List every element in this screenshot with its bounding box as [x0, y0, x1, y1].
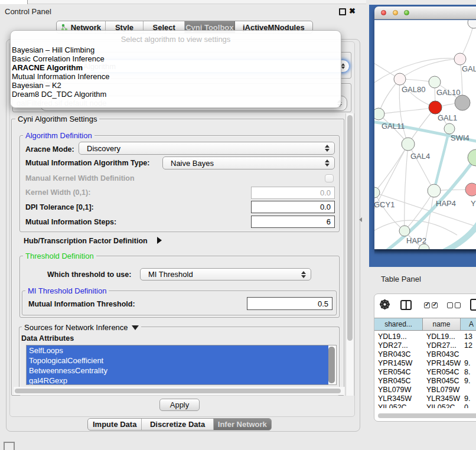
- combo-stepper-icon: [341, 63, 345, 69]
- tab-discretize-data[interactable]: Discretize Data: [142, 419, 213, 430]
- zoom-traffic-light[interactable]: [404, 10, 409, 15]
- mi-threshold-label: Mutual Information Threshold:: [28, 300, 135, 308]
- table-row[interactable]: YBR045CYBR045C9.: [374, 376, 476, 385]
- mi-steps-label: Mutual Information Steps:: [25, 218, 116, 226]
- dpi-tolerance-label: DPI Tolerance [0,1]:: [25, 203, 94, 211]
- table-row[interactable]: YDL19...YDL19...13: [374, 332, 476, 341]
- table-row[interactable]: YBR043CYBR043C: [374, 350, 476, 358]
- list-item[interactable]: BetweennessCentrality: [27, 366, 328, 376]
- table-row[interactable]: YDR27...YDR27...12: [374, 341, 476, 350]
- dropdown-item[interactable]: Basic Correlation Inference: [12, 54, 105, 63]
- data-attributes-list[interactable]: SelfLoops TopologicalCoefficient Between…: [26, 345, 337, 385]
- node-label: GAL1: [438, 113, 457, 122]
- mi-threshold-field[interactable]: 0.5: [247, 297, 332, 310]
- network-node-swi4[interactable]: [444, 123, 455, 134]
- select-all-columns-icon[interactable]: [424, 302, 438, 308]
- table-row[interactable]: YBL079WYBL079W: [374, 385, 476, 394]
- network-node[interactable]: [468, 20, 476, 28]
- network-node-gal11[interactable]: [374, 108, 384, 120]
- table-row[interactable]: YIL052CYIL052C0.: [374, 403, 476, 408]
- network-node-gal80[interactable]: [394, 73, 406, 85]
- mi-type-label: Mutual Information Algorithm Type:: [25, 159, 149, 167]
- list-item[interactable]: TopologicalCoefficient: [27, 356, 328, 366]
- settings-vertical-scrollbar-thumb[interactable]: [347, 115, 353, 341]
- algorithm-dropdown: Select algorithm to view settings Bayesi…: [10, 30, 341, 108]
- manual-kernel-checkbox[interactable]: [325, 174, 334, 182]
- mi-type-combo[interactable]: Naive Bayes: [162, 156, 335, 169]
- network-node[interactable]: [455, 95, 470, 110]
- combo-stepper-icon: [325, 145, 330, 152]
- network-node-gcy1[interactable]: [374, 187, 380, 198]
- dropdown-item-selected[interactable]: ARACNE Algorithm: [12, 63, 83, 72]
- node-label: GCY1: [374, 200, 395, 209]
- node-label: Y: [471, 199, 476, 208]
- dropdown-item[interactable]: Mutual Information Inference: [12, 72, 109, 81]
- sources-group-label: Sources for Network Inference: [22, 324, 141, 331]
- close-traffic-light[interactable]: [381, 10, 386, 15]
- settings-horizontal-scrollbar-thumb[interactable]: [15, 389, 341, 393]
- network-node-gal4[interactable]: [402, 138, 415, 151]
- dropdown-placeholder: Select algorithm to view settings: [11, 35, 341, 44]
- aracne-mode-label: Aracne Mode:: [25, 145, 74, 154]
- minimized-panel-icon[interactable]: [4, 442, 15, 450]
- minimize-traffic-light[interactable]: [393, 10, 398, 15]
- algorithm-definition-label: Algorithm Definition: [23, 132, 94, 139]
- network-node-hap2[interactable]: [399, 226, 410, 236]
- mi-threshold-group-label: MI Threshold Definition: [25, 287, 109, 295]
- sources-collapse-icon[interactable]: [132, 325, 139, 330]
- dropdown-item[interactable]: Bayesian – Hill Climbing: [12, 45, 94, 54]
- list-item[interactable]: gal4RGexp: [27, 376, 328, 385]
- network-graph: GAL GAL80 GAL10 GAL1 GAL11 SWI4 GAL4 GCY…: [374, 20, 476, 249]
- aracne-mode-combo[interactable]: Discovery: [79, 142, 335, 155]
- apply-button[interactable]: Apply: [159, 399, 200, 411]
- which-threshold-combo[interactable]: MI Threshold: [140, 268, 311, 281]
- kernel-width-label: Kernel Width (0,1):: [25, 188, 90, 197]
- combo-stepper-icon: [325, 159, 330, 167]
- table-row[interactable]: YLR345WYLR345W9.: [374, 394, 476, 403]
- data-attributes-label: Data Attributes: [21, 334, 74, 343]
- tab-impute-data[interactable]: Impute Data: [88, 419, 142, 430]
- dropdown-item[interactable]: Bayesian – K2: [12, 81, 61, 90]
- dpi-tolerance-field[interactable]: 0.0: [251, 201, 335, 213]
- list-item[interactable]: SelfLoops: [27, 345, 328, 356]
- app-top-strip: [0, 0, 366, 4]
- network-node-gal10[interactable]: [429, 76, 441, 88]
- hub-expand-icon[interactable]: [157, 237, 162, 244]
- table-horizontal-scrollbar-thumb[interactable]: [378, 413, 476, 418]
- network-node[interactable]: [468, 149, 476, 166]
- table-row[interactable]: YER054CYER054C8.: [374, 367, 476, 376]
- mi-steps-field[interactable]: 6: [251, 216, 335, 228]
- deselect-all-columns-icon[interactable]: [447, 302, 461, 308]
- node-label: GAL11: [382, 122, 405, 131]
- network-node-gal1[interactable]: [429, 101, 442, 114]
- tab-infer-network[interactable]: Infer Network: [214, 419, 271, 430]
- threshold-definition-label: Threshold Definition: [23, 252, 96, 260]
- network-node[interactable]: [465, 183, 476, 196]
- table-panel-title: Table Panel: [381, 275, 421, 283]
- node-label: GAL80: [402, 85, 425, 94]
- hub-definition-label: Hub/Transcription Factor Definition: [24, 237, 148, 245]
- column-header-partial[interactable]: A: [461, 318, 476, 330]
- tab-discretize-data-label: Discretize Data: [150, 420, 205, 429]
- split-pane-handle[interactable]: [359, 217, 362, 222]
- network-canvas[interactable]: GAL GAL80 GAL10 GAL1 GAL11 SWI4 GAL4 GCY…: [374, 20, 476, 249]
- column-header-shared[interactable]: shared...: [374, 318, 423, 330]
- table-row[interactable]: YPR145WYPR145W9.: [374, 358, 476, 367]
- new-column-icon[interactable]: [470, 299, 476, 311]
- float-window-icon[interactable]: [339, 8, 346, 15]
- network-window-titlebar[interactable]: [374, 6, 476, 19]
- network-node[interactable]: [454, 53, 466, 65]
- combo-stepper-icon: [301, 271, 306, 278]
- kernel-width-field[interactable]: 0.0: [251, 187, 335, 199]
- node-label: HAP4: [436, 199, 456, 208]
- network-view-window: GAL GAL80 GAL10 GAL1 GAL11 SWI4 GAL4 GCY…: [374, 6, 476, 249]
- column-header-name[interactable]: name: [423, 318, 461, 330]
- list-scrollbar-thumb[interactable]: [328, 347, 335, 383]
- close-icon[interactable]: ✖: [349, 6, 356, 15]
- network-node-hap4[interactable]: [428, 184, 441, 197]
- panel-title: Control Panel: [5, 7, 51, 16]
- columns-icon[interactable]: [400, 300, 412, 310]
- gear-icon[interactable]: [379, 299, 390, 312]
- dropdown-item[interactable]: Dream8 DC_TDC Algorithm: [12, 90, 106, 99]
- table-header: shared... name A: [374, 318, 476, 331]
